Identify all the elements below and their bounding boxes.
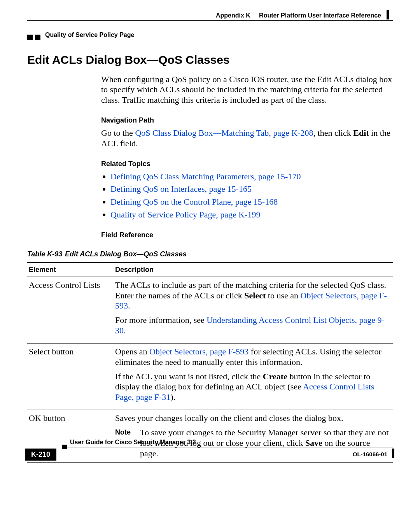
table-row: Select button Opens an Object Selectors,…	[27, 343, 393, 410]
object-selectors-link[interactable]: Object Selectors, page F-593	[149, 347, 248, 356]
header-section: Quality of Service Policy Page	[45, 31, 134, 39]
intro-paragraph: When configuring a QoS policy on a Cisco…	[101, 74, 393, 105]
table-caption: Table K-93 Edit ACLs Dialog Box—QoS Clas…	[27, 250, 393, 259]
appendix-title: Router Platform User Interface Reference	[259, 12, 381, 19]
appendix-label: Appendix K	[216, 12, 250, 19]
header-squares-icon	[27, 32, 43, 43]
header-right: Appendix K Router Platform User Interfac…	[216, 12, 381, 19]
col-element: Element	[27, 263, 114, 277]
description-cell: Opens an Object Selectors, page F-593 fo…	[114, 343, 393, 410]
related-link[interactable]: Defining QoS on Interfaces, page 15-165	[110, 184, 252, 194]
field-reference-heading: Field Reference	[101, 231, 393, 240]
list-item: Defining QoS Class Matching Parameters, …	[110, 172, 393, 182]
related-link[interactable]: Defining QoS on the Control Plane, page …	[110, 197, 278, 207]
related-topics-heading: Related Topics	[101, 160, 393, 168]
related-link[interactable]: Defining QoS Class Matching Parameters, …	[110, 172, 301, 181]
element-cell: Access Control Lists	[27, 277, 114, 343]
footer-doc-number: OL-16066-01	[353, 451, 387, 458]
footer-rule	[62, 447, 393, 447]
nav-path-heading: Navigation Path	[101, 116, 393, 125]
intro-block: When configuring a QoS policy on a Cisco…	[101, 74, 393, 240]
field-reference-table: Element Description Access Control Lists…	[27, 262, 393, 463]
table-number: Table K-93	[27, 250, 63, 259]
header-rule	[27, 20, 393, 21]
table-title: Edit ACLs Dialog Box—QoS Classes	[65, 250, 186, 258]
col-description: Description	[114, 263, 393, 277]
footer-guide-title: User Guide for Cisco Security Manager 3.…	[70, 438, 196, 446]
nav-path-text: Go to the QoS Class Dialog Box—Matching …	[101, 128, 393, 149]
list-item: Quality of Service Policy Page, page K-1…	[110, 210, 393, 220]
element-cell: Select button	[27, 343, 114, 410]
description-cell: The ACLs to include as part of the match…	[114, 277, 393, 343]
list-item: Defining QoS on the Control Plane, page …	[110, 197, 393, 207]
related-topics-list: Defining QoS Class Matching Parameters, …	[101, 172, 393, 220]
content-column: Edit ACLs Dialog Box—QoS Classes When co…	[27, 53, 393, 463]
table-row: Access Control Lists The ACLs to include…	[27, 277, 393, 343]
header-accent-bar-icon	[387, 10, 389, 19]
page-title: Edit ACLs Dialog Box—QoS Classes	[27, 53, 393, 67]
page-header: Appendix K Router Platform User Interfac…	[27, 12, 393, 31]
page-footer: User Guide for Cisco Security Manager 3.…	[27, 440, 393, 463]
nav-path-bold: Edit	[353, 128, 369, 138]
list-item: Defining QoS on Interfaces, page 15-165	[110, 184, 393, 195]
nav-path-link[interactable]: QoS Class Dialog Box—Matching Tab, page …	[135, 128, 313, 138]
table-header-row: Element Description	[27, 263, 393, 277]
footer-page-number: K-210	[25, 449, 56, 461]
related-link[interactable]: Quality of Service Policy Page, page K-1…	[110, 210, 261, 219]
footer-accent-bar-icon	[392, 449, 394, 458]
